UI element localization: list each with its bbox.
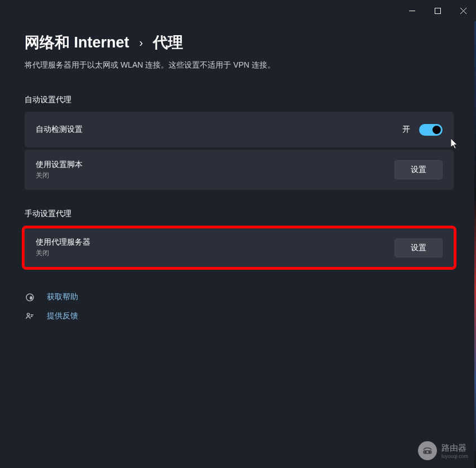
- watermark-text: 路由器 luyouqi.com: [441, 443, 468, 459]
- setup-script-card: 使用设置脚本 关闭 设置: [25, 150, 454, 190]
- svg-point-9: [429, 451, 430, 453]
- svg-point-8: [425, 451, 426, 453]
- chevron-right-icon: ›: [140, 36, 143, 49]
- auto-detect-card[interactable]: 自动检测设置 开: [25, 112, 454, 147]
- card-right: 设置: [395, 238, 443, 257]
- auto-detect-label: 自动检测设置: [36, 125, 83, 135]
- section-title-auto: 自动设置代理: [25, 95, 454, 105]
- watermark-url: luyouqi.com: [441, 453, 468, 459]
- get-help-text: 获取帮助: [47, 292, 78, 302]
- minimize-icon: [409, 8, 415, 14]
- svg-point-4: [26, 294, 33, 301]
- feedback-icon: [25, 311, 35, 321]
- proxy-server-label: 使用代理服务器: [36, 237, 90, 247]
- help-icon: ?: [25, 292, 35, 302]
- svg-point-7: [27, 313, 29, 315]
- card-right: 设置: [395, 160, 443, 179]
- script-settings-button[interactable]: 设置: [395, 160, 443, 179]
- feedback-text: 提供反馈: [47, 311, 78, 321]
- proxy-server-card: 使用代理服务器 关闭 设置: [22, 226, 456, 270]
- card-left: 自动检测设置: [36, 125, 83, 135]
- setup-script-status: 关闭: [36, 171, 83, 180]
- toggle-state-label: 开: [402, 125, 410, 135]
- watermark-logo-icon: [418, 441, 437, 460]
- watermark: 路由器 luyouqi.com: [418, 441, 468, 460]
- svg-rect-1: [435, 8, 440, 13]
- main-content: 网络和 Internet › 代理 将代理服务器用于以太网或 WLAN 连接。这…: [0, 21, 476, 321]
- card-right: 开: [402, 124, 443, 136]
- setup-script-label: 使用设置脚本: [36, 160, 83, 170]
- svg-text:?: ?: [30, 297, 32, 299]
- card-left: 使用代理服务器 关闭: [36, 237, 90, 258]
- page-description: 将代理服务器用于以太网或 WLAN 连接。这些设置不适用于 VPN 连接。: [25, 60, 454, 70]
- feedback-link[interactable]: 提供反馈: [25, 311, 454, 321]
- close-icon: [460, 8, 467, 14]
- help-links: ? 获取帮助 提供反馈: [25, 292, 454, 321]
- close-button[interactable]: [450, 0, 476, 21]
- breadcrumb-parent[interactable]: 网络和 Internet: [25, 32, 129, 52]
- breadcrumb-current: 代理: [153, 32, 183, 52]
- card-left: 使用设置脚本 关闭: [36, 160, 83, 180]
- get-help-link[interactable]: ? 获取帮助: [25, 292, 454, 302]
- proxy-server-status: 关闭: [36, 249, 90, 258]
- breadcrumb: 网络和 Internet › 代理: [25, 32, 454, 52]
- proxy-settings-button[interactable]: 设置: [395, 238, 443, 257]
- maximize-icon: [435, 8, 441, 14]
- toggle-knob: [432, 126, 441, 134]
- minimize-button[interactable]: [399, 0, 425, 21]
- watermark-title: 路由器: [441, 443, 468, 453]
- section-title-manual: 手动设置代理: [25, 209, 454, 219]
- auto-detect-toggle[interactable]: [419, 124, 443, 136]
- auto-proxy-section: 自动设置代理 自动检测设置 开 使用设置脚本 关闭 设置: [25, 95, 454, 190]
- manual-proxy-section: 手动设置代理 使用代理服务器 关闭 设置: [25, 209, 454, 270]
- window-titlebar: [0, 0, 476, 21]
- maximize-button[interactable]: [425, 0, 450, 21]
